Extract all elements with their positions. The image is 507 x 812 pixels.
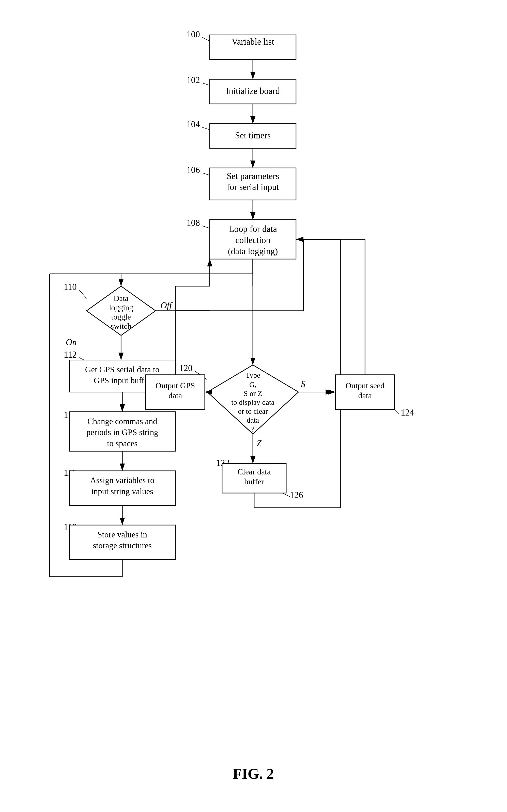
svg-text:buffer: buffer [244,477,264,486]
svg-text:112: 112 [64,350,77,360]
svg-text:Output GPS: Output GPS [156,381,195,390]
svg-text:On: On [66,337,77,347]
svg-text:Off: Off [160,301,173,310]
svg-line-5 [202,37,210,41]
svg-text:Variable list: Variable list [231,37,274,47]
svg-text:Set timers: Set timers [235,131,271,140]
svg-text:Loop for data: Loop for data [229,224,277,234]
svg-text:100: 100 [186,29,200,39]
svg-line-39 [79,290,87,299]
svg-text:G,: G, [249,380,257,389]
svg-line-21 [202,173,210,176]
svg-text:Data: Data [114,294,128,303]
svg-text:Get GPS serial data to: Get GPS serial data to [85,365,160,374]
svg-text:input string values: input string values [91,487,153,496]
svg-text:Clear data: Clear data [238,467,271,476]
svg-text:108: 108 [186,218,200,228]
svg-text:GPS input buffer: GPS input buffer [94,376,151,385]
svg-text:124: 124 [401,408,414,418]
svg-text:periods in GPS string: periods in GPS string [87,428,158,437]
svg-line-10 [202,83,210,85]
svg-text:storage structures: storage structures [93,541,152,550]
svg-text:126: 126 [290,490,303,500]
svg-text:Change commas and: Change commas and [88,417,157,426]
svg-line-105 [282,493,290,497]
svg-text:data: data [247,416,259,424]
diagram-container: Variable list 100 Initialize board 102 S… [0,15,507,803]
page: Variable list 100 Initialize board 102 S… [0,0,507,812]
svg-text:S or Z: S or Z [244,389,262,397]
figure-label: FIG. 2 [233,765,274,782]
svg-text:data: data [358,391,372,400]
svg-text:106: 106 [186,165,200,175]
svg-text:switch: switch [111,322,131,331]
svg-text:Initialize board: Initialize board [226,86,280,96]
svg-text:logging: logging [109,303,133,312]
svg-text:104: 104 [186,119,200,129]
svg-text:to spaces: to spaces [107,439,137,448]
svg-text:data: data [168,391,182,400]
svg-text:110: 110 [64,282,77,292]
svg-text:Set parameters: Set parameters [227,171,279,181]
svg-text:collection: collection [235,235,270,245]
svg-text:S: S [301,379,305,389]
svg-text:Store values in: Store values in [97,530,147,539]
svg-line-114 [395,409,399,414]
svg-text:or to clear: or to clear [238,407,268,415]
svg-text:to display data: to display data [231,398,275,407]
svg-line-15 [202,127,210,130]
svg-text:for serial input: for serial input [227,182,279,192]
svg-text:Type: Type [245,371,260,379]
svg-text:toggle: toggle [111,312,131,321]
svg-text:Assign variables to: Assign variables to [90,476,155,485]
svg-line-28 [202,226,210,228]
svg-text:102: 102 [186,75,200,85]
svg-text:120: 120 [179,363,192,373]
svg-text:?: ? [251,425,255,433]
svg-text:(data logging): (data logging) [228,246,278,256]
svg-text:Output seed: Output seed [345,381,385,390]
svg-text:Z: Z [257,438,262,448]
